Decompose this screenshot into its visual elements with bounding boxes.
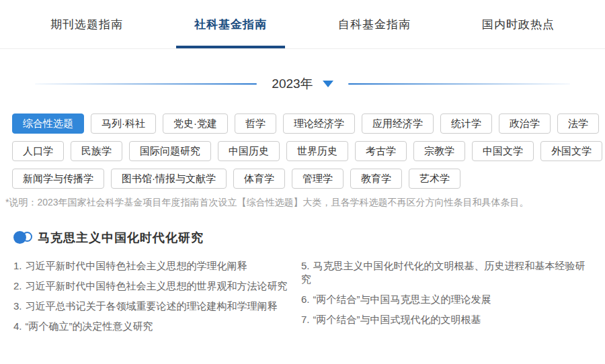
topic-number: 1.	[13, 260, 22, 271]
category-button[interactable]: 民族学	[71, 141, 122, 161]
note-text: *说明：2023年国家社会科学基金项目年度指南首次设立【综合性选题】大类，且各学…	[0, 197, 605, 209]
topic-item: 6.“两个结合”与中国马克思主义的理论发展	[301, 293, 592, 306]
category-button[interactable]: 人口学	[12, 141, 64, 161]
tab-natural-science-fund-guide[interactable]: 自科基金指南	[338, 0, 411, 48]
category-button[interactable]: 应用经济学	[362, 113, 434, 134]
section-header: 马克思主义中国化时代化研究	[0, 230, 605, 246]
category-button[interactable]: 宗教学	[413, 141, 465, 161]
category-button[interactable]: 统计学	[440, 113, 492, 134]
overlapping-circles-icon	[13, 230, 38, 245]
topic-number: 5.	[301, 260, 310, 271]
category-button[interactable]: 中国历史	[218, 141, 280, 161]
category-button[interactable]: 图书馆·情报与文献学	[111, 169, 227, 189]
topic-number: 2.	[13, 280, 22, 291]
category-button[interactable]: 国际问题研究	[129, 141, 211, 161]
category-button[interactable]: 考古学	[355, 141, 407, 161]
category-button[interactable]: 政治学	[499, 113, 551, 134]
topic-item: 5.马克思主义中国化时代化的文明根基、历史进程和基本经验研究	[301, 259, 592, 286]
topic-item: 7.“两个结合”与中国式现代化的文明根基	[301, 313, 592, 326]
category-button[interactable]: 党史·党建	[163, 113, 228, 134]
topic-item: 3.习近平总书记关于各领域重要论述的理论建构和学理阐释	[13, 300, 301, 313]
year-selector: 2023年	[0, 75, 605, 93]
topic-text: 习近平新时代中国特色社会主义思想的学理化阐释	[26, 260, 247, 271]
category-row: 综合性选题马列·科社党史·党建哲学理论经济学应用经济学统计学政治学法学社会学	[12, 113, 593, 134]
topic-text: 马克思主义中国化时代化的文明根基、历史进程和基本经验研究	[301, 260, 586, 285]
year-label: 2023年	[272, 75, 313, 93]
topic-column-right: 5.马克思主义中国化时代化的文明根基、历史进程和基本经验研究6.“两个结合”与中…	[301, 259, 592, 340]
topic-text: 习近平新时代中国特色社会主义思想的世界观和方法论研究	[26, 280, 288, 291]
topic-item: 1.习近平新时代中国特色社会主义思想的学理化阐释	[13, 259, 301, 273]
category-button[interactable]: 法学	[557, 113, 599, 134]
topic-item: 2.习近平新时代中国特色社会主义思想的世界观和方法论研究	[13, 279, 301, 293]
category-button[interactable]: 管理学	[292, 169, 344, 189]
topic-number: 7.	[301, 314, 310, 325]
topic-list: 1.习近平新时代中国特色社会主义思想的学理化阐释2.习近平新时代中国特色社会主义…	[0, 259, 605, 340]
topic-number: 3.	[13, 300, 22, 312]
category-row: 新闻学与传播学图书馆·情报与文献学体育学管理学教育学艺术学	[12, 169, 593, 189]
year-divider-right	[348, 83, 570, 85]
topic-text: “两个确立”的决定性意义研究	[26, 320, 153, 332]
category-button[interactable]: 马列·科社	[91, 113, 156, 134]
topic-number: 6.	[301, 293, 310, 305]
category-filter: 综合性选题马列·科社党史·党建哲学理论经济学应用经济学统计学政治学法学社会学人口…	[0, 113, 605, 189]
tab-social-science-fund-guide[interactable]: 社科基金指南	[194, 0, 267, 48]
year-divider-left	[35, 83, 257, 85]
category-button[interactable]: 理论经济学	[283, 113, 355, 134]
topic-item: 4.“两个确立”的决定性意义研究	[13, 320, 301, 333]
topic-text: “两个结合”与中国马克思主义的理论发展	[313, 293, 491, 305]
category-button[interactable]: 教育学	[350, 169, 402, 189]
active-tab-underline	[176, 46, 285, 48]
category-row: 人口学民族学国际问题研究中国历史世界历史考古学宗教学中国文学外国文学语言学	[12, 141, 593, 161]
topic-column-left: 1.习近平新时代中国特色社会主义思想的学理化阐释2.习近平新时代中国特色社会主义…	[13, 259, 301, 340]
category-button[interactable]: 体育学	[233, 169, 285, 189]
tab-journal-topic-guide[interactable]: 期刊选题指南	[50, 0, 123, 48]
category-button[interactable]: 外国文学	[540, 141, 602, 161]
tab-bar: 期刊选题指南社科基金指南自科基金指南国内时政热点	[0, 0, 605, 49]
category-button[interactable]: 世界历史	[286, 141, 348, 161]
triangle-down-icon[interactable]	[323, 81, 333, 87]
category-button[interactable]: 综合性选题	[12, 113, 84, 134]
topic-text: “两个结合”与中国式现代化的文明根基	[313, 314, 481, 325]
category-button[interactable]: 艺术学	[409, 169, 460, 189]
category-button[interactable]: 中国文学	[472, 141, 534, 161]
section-title: 马克思主义中国化时代化研究	[38, 230, 204, 246]
topic-number: 4.	[13, 320, 22, 332]
category-button[interactable]: 新闻学与传播学	[12, 169, 104, 189]
topic-text: 习近平总书记关于各领域重要论述的理论建构和学理阐释	[26, 300, 278, 312]
category-button[interactable]: 哲学	[235, 113, 276, 134]
tab-domestic-politics-hotspots[interactable]: 国内时政热点	[482, 0, 555, 48]
